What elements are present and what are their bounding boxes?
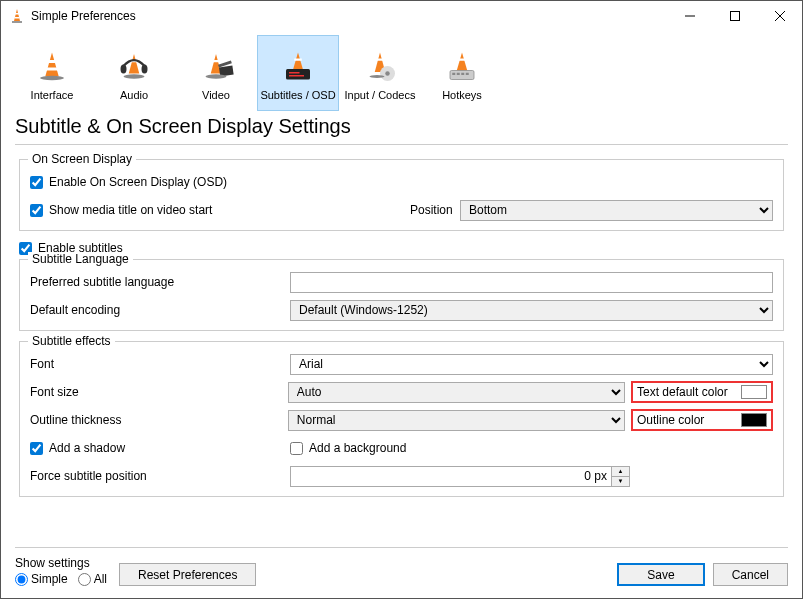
- tab-input-codecs[interactable]: Input / Codecs: [339, 35, 421, 111]
- checkbox-label: Add a background: [309, 441, 406, 455]
- svg-rect-5: [730, 12, 739, 21]
- tab-label: Subtitles / OSD: [260, 89, 335, 101]
- svg-rect-24: [286, 69, 310, 80]
- group-subtitle-language: Subtitle Language Preferred subtitle lan…: [19, 259, 784, 331]
- maximize-button[interactable]: [712, 1, 757, 31]
- preferences-tabs: Interface Audio Video Subtitles / OSD In…: [1, 31, 802, 111]
- show-settings-label: Show settings: [15, 556, 107, 570]
- checkbox-enable-osd[interactable]: Enable On Screen Display (OSD): [30, 175, 227, 189]
- svg-rect-33: [458, 59, 466, 61]
- svg-rect-23: [294, 59, 302, 61]
- svg-rect-35: [452, 73, 455, 75]
- keyboard-cone-icon: [444, 47, 480, 85]
- checkbox-label: Add a shadow: [49, 441, 125, 455]
- checkbox-label: Enable On Screen Display (OSD): [49, 175, 227, 189]
- svg-rect-37: [461, 73, 464, 75]
- cone-icon: [34, 47, 70, 85]
- outline-color-label: Outline color: [637, 413, 735, 427]
- reset-preferences-button[interactable]: Reset Preferences: [119, 563, 256, 586]
- svg-point-30: [385, 71, 390, 76]
- svg-marker-32: [457, 53, 468, 71]
- disc-cone-icon: [362, 47, 398, 85]
- window-title: Simple Preferences: [31, 9, 667, 23]
- position-select[interactable]: Bottom: [460, 200, 773, 221]
- checkbox-show-media-title[interactable]: Show media title on video start: [30, 203, 410, 217]
- text-color-label: Text default color: [637, 385, 735, 399]
- titlebar: Simple Preferences: [1, 1, 802, 31]
- headphones-cone-icon: [116, 47, 152, 85]
- checkbox-add-shadow[interactable]: Add a shadow: [30, 441, 290, 455]
- force-position-input[interactable]: [290, 466, 612, 487]
- tab-audio[interactable]: Audio: [93, 35, 175, 111]
- force-position-label: Force subtitle position: [30, 469, 290, 483]
- minimize-button[interactable]: [667, 1, 712, 31]
- cancel-button[interactable]: Cancel: [713, 563, 788, 586]
- preferred-language-input[interactable]: [290, 272, 773, 293]
- svg-rect-10: [46, 68, 58, 71]
- tab-label: Audio: [120, 89, 148, 101]
- group-title: Subtitle Language: [28, 252, 133, 266]
- preferred-language-label: Preferred subtitle language: [30, 275, 290, 289]
- checkbox-label: Show media title on video start: [49, 203, 212, 217]
- clapper-cone-icon: [198, 47, 234, 85]
- group-osd: On Screen Display Enable On Screen Displ…: [19, 159, 784, 231]
- radio-simple[interactable]: Simple: [15, 572, 68, 586]
- outline-color-swatch[interactable]: [741, 413, 767, 427]
- show-settings-group: Show settings Simple All: [15, 556, 107, 586]
- encoding-label: Default encoding: [30, 303, 290, 317]
- font-label: Font: [30, 357, 290, 371]
- tab-label: Hotkeys: [442, 89, 482, 101]
- encoding-select[interactable]: Default (Windows-1252): [290, 300, 773, 321]
- svg-marker-8: [45, 53, 59, 77]
- font-size-label: Font size: [30, 385, 288, 399]
- svg-rect-18: [212, 60, 220, 62]
- tab-video[interactable]: Video: [175, 35, 257, 111]
- svg-point-21: [206, 74, 227, 79]
- chevron-down-icon[interactable]: ▼: [612, 477, 629, 486]
- tab-hotkeys[interactable]: Hotkeys: [421, 35, 503, 111]
- tab-label: Interface: [31, 89, 74, 101]
- radio-all[interactable]: All: [78, 572, 107, 586]
- font-select[interactable]: Arial: [290, 354, 773, 375]
- svg-rect-9: [48, 60, 57, 63]
- position-label: Position: [410, 203, 460, 217]
- text-color-row: Text default color: [631, 381, 773, 403]
- page-title: Subtitle & On Screen Display Settings: [1, 111, 802, 144]
- spinner-arrows[interactable]: ▲▼: [612, 466, 630, 487]
- force-position-spinner[interactable]: ▲▼: [290, 466, 630, 487]
- svg-point-16: [124, 74, 145, 79]
- font-size-select[interactable]: Auto: [288, 382, 625, 403]
- group-title: On Screen Display: [28, 152, 136, 166]
- checkbox-add-background[interactable]: Add a background: [290, 441, 406, 455]
- checkbox-enable-subtitles[interactable]: Enable subtitles: [19, 241, 784, 255]
- outline-thickness-label: Outline thickness: [30, 413, 288, 427]
- svg-rect-28: [376, 59, 384, 61]
- group-title: Subtitle effects: [28, 334, 115, 348]
- svg-point-14: [121, 65, 127, 74]
- svg-point-15: [142, 65, 148, 74]
- settings-panel: On Screen Display Enable On Screen Displ…: [1, 145, 802, 539]
- window-controls: [667, 1, 802, 31]
- tab-label: Video: [202, 89, 230, 101]
- svg-marker-22: [293, 53, 304, 71]
- tab-label: Input / Codecs: [345, 89, 416, 101]
- svg-rect-26: [289, 75, 304, 77]
- subtitle-cone-icon: [280, 47, 316, 85]
- outline-thickness-select[interactable]: Normal: [288, 410, 625, 431]
- svg-rect-38: [466, 73, 469, 75]
- tab-interface[interactable]: Interface: [11, 35, 93, 111]
- svg-marker-0: [14, 9, 20, 21]
- save-button[interactable]: Save: [617, 563, 704, 586]
- svg-rect-25: [289, 72, 300, 74]
- close-button[interactable]: [757, 1, 802, 31]
- text-color-swatch[interactable]: [741, 385, 767, 399]
- outline-color-row: Outline color: [631, 409, 773, 431]
- group-subtitle-effects: Subtitle effects Font Arial Font size Au…: [19, 341, 784, 497]
- tab-subtitles-osd[interactable]: Subtitles / OSD: [257, 35, 339, 111]
- svg-marker-12: [129, 54, 140, 74]
- svg-point-11: [40, 76, 64, 81]
- svg-rect-2: [15, 17, 20, 19]
- svg-rect-36: [457, 73, 460, 75]
- chevron-up-icon[interactable]: ▲: [612, 467, 629, 477]
- svg-rect-1: [15, 13, 19, 15]
